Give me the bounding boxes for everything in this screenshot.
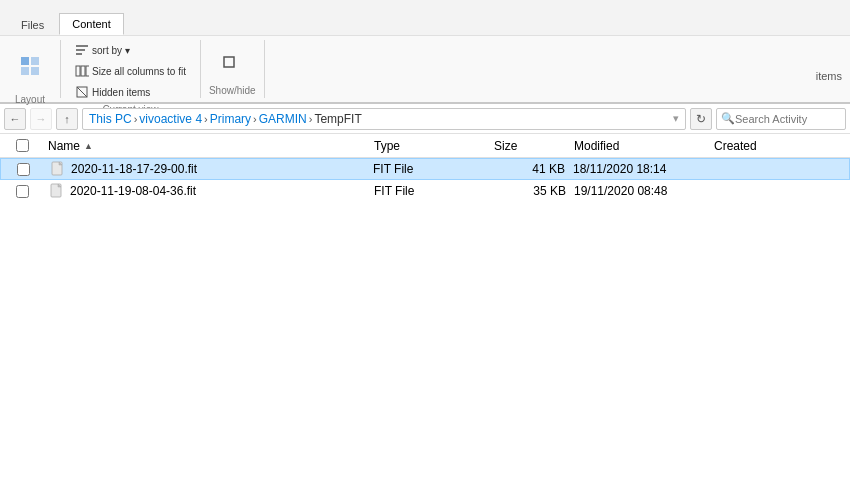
row2-size: 35 KB [490,184,570,198]
name-sort-arrow: ▲ [84,141,93,151]
column-headers: Name ▲ Type Size Modified Created [0,134,850,158]
back-button[interactable]: ← [4,108,26,130]
layout-button[interactable] [8,40,52,92]
svg-rect-7 [76,66,80,76]
svg-rect-9 [86,66,89,76]
table-row[interactable]: 2020-11-18-17-29-00.fit FIT File 41 KB 1… [0,158,850,180]
col-header-type[interactable]: Type [370,134,490,157]
select-all-checkbox[interactable] [16,139,29,152]
show-hide-section-label: Show/hide [209,85,256,96]
svg-line-11 [77,87,87,97]
row1-modified: 18/11/2020 18:14 [569,162,709,176]
ribbon-tabs: Files Content [0,0,850,36]
items-count: items [816,70,842,82]
row2-modified: 19/11/2020 08:48 [570,184,710,198]
col-header-modified[interactable]: Modified [570,134,710,157]
columns-icon [75,64,89,78]
refresh-button[interactable]: ↻ [690,108,712,130]
checkbox-icon [222,55,236,69]
col-header-created[interactable]: Created [710,134,850,157]
breadcrumb: This PC › vivoactive 4 › Primary › GARMI… [82,108,686,130]
breadcrumb-vivoactive4[interactable]: vivoactive 4 [139,112,202,126]
layout-section-label: Layout [15,94,45,105]
row2-check-col [0,185,44,198]
forward-button[interactable]: → [30,108,52,130]
row1-size: 41 KB [489,162,569,176]
svg-rect-0 [21,57,29,65]
ribbon-section-current-view: sort by ▾ Size all columns to fit H [61,40,201,98]
layout-icon [20,56,40,76]
address-bar: ← → ↑ This PC › vivoactive 4 › Primary ›… [0,104,850,134]
file-icon [49,161,67,177]
row1-checkbox[interactable] [17,163,30,176]
row1-type: FIT File [369,162,489,176]
header-checkbox-col [0,139,44,152]
search-input[interactable] [735,113,841,125]
show-hide-btn1[interactable] [216,52,248,72]
row2-name-cell: 2020-11-19-08-04-36.fit [44,183,370,199]
tab-files[interactable]: Files [8,14,57,35]
ribbon-section-show-hide: Show/hide [201,40,265,98]
ribbon-section-layout: Layout [0,40,61,98]
sort-by-button[interactable]: sort by ▾ [69,40,192,60]
show-hide-col [216,52,248,72]
file-list: 2020-11-18-17-29-00.fit FIT File 41 KB 1… [0,158,850,500]
breadcrumb-this-pc[interactable]: This PC [89,112,132,126]
row1-name-cell: 2020-11-18-17-29-00.fit [45,161,369,177]
row1-check-col [1,163,45,176]
file-icon [48,183,66,199]
current-view-col: sort by ▾ Size all columns to fit H [69,40,192,102]
hidden-items-button[interactable]: Hidden items [69,82,192,102]
row2-checkbox[interactable] [16,185,29,198]
hidden-items-icon [75,85,89,99]
layout-buttons [8,40,52,92]
table-row[interactable]: 2020-11-19-08-04-36.fit FIT File 35 KB 1… [0,180,850,202]
col-header-name[interactable]: Name ▲ [44,134,370,157]
main-content: Name ▲ Type Size Modified Created [0,134,850,500]
tab-content[interactable]: Content [59,13,124,35]
svg-rect-8 [81,66,85,76]
up-button[interactable]: ↑ [56,108,78,130]
ribbon-bar: Layout sort by ▾ [0,36,850,104]
breadcrumb-garmin[interactable]: GARMIN [259,112,307,126]
svg-rect-2 [21,67,29,75]
breadcrumb-tempfit: TempFIT [314,112,361,126]
size-all-columns-button[interactable]: Size all columns to fit [69,61,192,81]
current-view-buttons: sort by ▾ Size all columns to fit H [69,40,192,102]
search-icon: 🔍 [721,112,735,125]
row2-type: FIT File [370,184,490,198]
svg-rect-1 [31,57,39,65]
col-header-size[interactable]: Size [490,134,570,157]
sort-icon [75,43,89,57]
svg-rect-12 [224,57,234,67]
show-hide-buttons [216,40,248,83]
breadcrumb-primary[interactable]: Primary [210,112,251,126]
breadcrumb-dropdown-button[interactable]: ▾ [673,112,679,125]
search-box[interactable]: 🔍 [716,108,846,130]
svg-rect-3 [31,67,39,75]
